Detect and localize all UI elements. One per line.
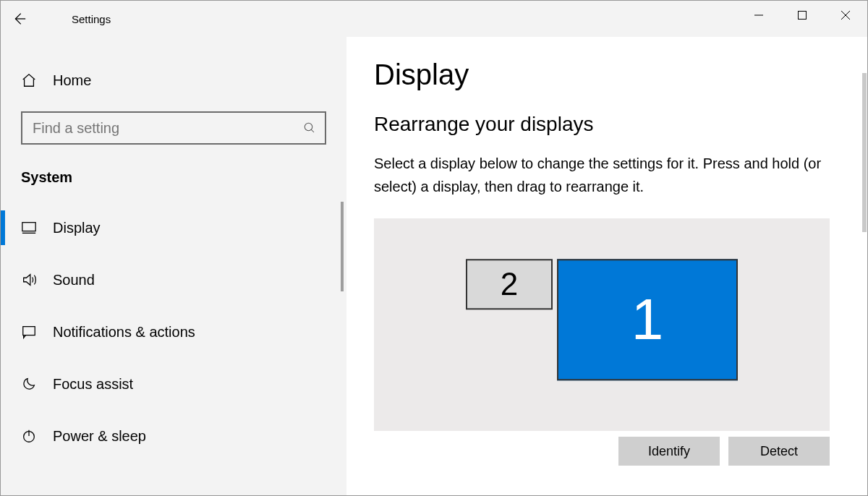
main-scrollbar[interactable] [862,73,867,232]
sidebar-nav: Display Sound Notifications & actions Fo… [1,202,346,462]
identify-button[interactable]: Identify [618,437,720,466]
title-bar: Settings [1,1,867,37]
window-title: Settings [72,13,111,25]
back-button[interactable] [1,1,37,37]
display-arrangement-area[interactable]: 2 1 [374,218,830,431]
window-controls [737,1,867,30]
svg-rect-6 [22,223,35,231]
power-icon [21,428,37,444]
nav-label: Notifications & actions [53,324,195,341]
home-label: Home [53,72,91,89]
chat-icon [21,324,37,340]
main-panel: Display Rearrange your displays Select a… [346,37,867,495]
moon-icon [21,376,37,392]
home-icon [21,72,37,88]
monitor-icon [21,220,37,236]
search-input[interactable] [21,111,326,145]
svg-rect-1 [799,12,807,20]
monitor-2[interactable]: 2 [466,259,553,309]
nav-label: Focus assist [53,376,133,393]
sidebar-section-label: System [21,169,346,186]
sidebar-item-sound[interactable]: Sound [1,254,346,306]
page-title: Display [374,59,830,91]
svg-rect-8 [23,327,35,335]
nav-label: Sound [53,272,95,288]
search-icon [303,121,316,134]
section-heading: Rearrange your displays [374,113,830,136]
minimize-button[interactable] [737,1,780,30]
section-description: Select a display below to change the set… [374,152,822,198]
close-button[interactable] [824,1,867,30]
sidebar: Home System Display [1,37,346,495]
monitor-number: 1 [631,286,664,353]
detect-button[interactable]: Detect [728,437,830,466]
speaker-icon [21,272,37,288]
maximize-button[interactable] [780,1,824,30]
sidebar-home[interactable]: Home [1,62,346,98]
sidebar-item-display[interactable]: Display [1,202,346,254]
sidebar-item-power-sleep[interactable]: Power & sleep [1,410,346,462]
sidebar-item-notifications[interactable]: Notifications & actions [1,306,346,358]
nav-label: Power & sleep [53,428,146,445]
nav-label: Display [53,220,101,236]
monitor-number: 2 [501,266,518,302]
svg-line-5 [311,129,314,132]
svg-point-4 [305,123,312,131]
sidebar-item-focus-assist[interactable]: Focus assist [1,358,346,410]
monitor-1[interactable]: 1 [557,259,738,380]
